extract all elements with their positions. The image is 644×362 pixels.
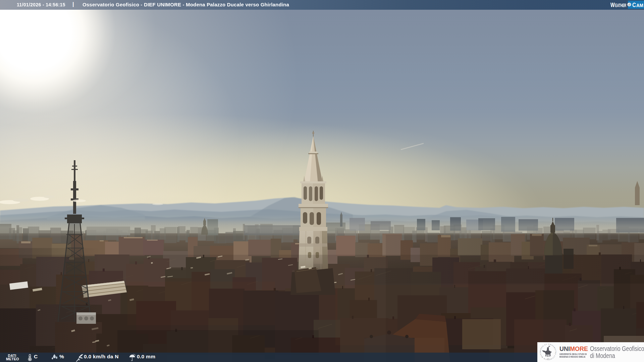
svg-text:EATHER: EATHER xyxy=(615,3,626,8)
svg-text:1175: 1175 xyxy=(547,358,549,360)
svg-text:C: C xyxy=(632,1,636,8)
svg-text:AM: AM xyxy=(636,3,643,8)
svg-text:W: W xyxy=(610,1,615,8)
